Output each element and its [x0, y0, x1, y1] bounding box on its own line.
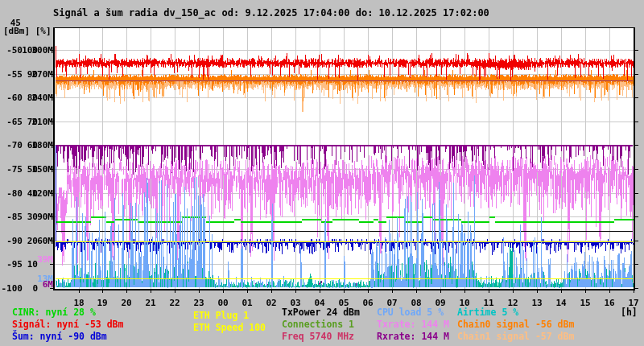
- y-axis-dbm-label: -50: [6, 45, 23, 56]
- rrd-graph-page: { "title": "Signál a šum radia dv_150_ac…: [0, 0, 644, 346]
- x-axis-hour-label: 23: [189, 298, 208, 308]
- y-axis-dbm-label: -65: [6, 117, 23, 127]
- x-axis-hour-label: 02: [262, 298, 281, 308]
- y-axis-dbm-label: -100: [2, 283, 23, 294]
- y-axis-pct-label: 0: [32, 283, 38, 294]
- y-axis-rate-label: 180M: [32, 140, 54, 150]
- x-axis-hour-label: 13: [527, 298, 547, 308]
- x-axis-hour-label: 00: [213, 298, 233, 308]
- y-axis-dbm-label: -75: [6, 164, 23, 175]
- x-axis-hour-label: 14: [551, 298, 571, 308]
- x-axis-hour-label: 15: [576, 298, 595, 308]
- legend-chain0: Chain0 signal -56 dBm: [457, 319, 574, 330]
- legend-chain1: Chain1 signal -57 dBm: [457, 331, 574, 342]
- signal-noise-graph-canvas: [0, 0, 644, 346]
- y-axis-dbm-label: -80: [6, 188, 23, 199]
- y-axis-rate-label: 120M: [32, 188, 54, 199]
- x-axis-hour-label: 22: [165, 298, 184, 308]
- legend-eth-plug: ETH Plug 1: [193, 310, 249, 321]
- legend-airtime: Airtime 5 %: [457, 307, 518, 318]
- legend-txpower: TxPower 24 dBm: [282, 307, 360, 318]
- y-axis-pct-label: 10: [27, 259, 38, 270]
- y-axis-rate-label: 150M: [32, 164, 54, 175]
- y-axis-special-rate-label: 6M: [43, 279, 53, 290]
- legend-noise: Šum: nyní -90 dBm: [12, 331, 107, 342]
- legend-eth-speed: ETH Speed 100: [193, 322, 266, 333]
- y-axis-rate-label: 60M: [37, 236, 53, 246]
- y-axis-dbm-label: -90: [6, 236, 23, 246]
- y-axis-dbm-label: -70: [6, 140, 23, 150]
- x-axis-hour-label: 01: [237, 298, 257, 308]
- legend-txrate: Txrate: 144 M: [377, 319, 449, 330]
- graph-title: Signál a šum radia dv_150_ac od: 9.12.20…: [53, 7, 489, 19]
- y-axis-rate-label: 300M: [32, 45, 54, 56]
- y-axis-special-rate-label: 39M: [37, 254, 53, 265]
- y-axis-pct-label: 30: [27, 212, 38, 222]
- x-axis-hour-label: 06: [358, 298, 378, 308]
- legend-cinr: CINR: nyní 28 %: [12, 307, 96, 318]
- legend-rxrate: Rxrate: 144 M: [377, 331, 449, 342]
- y-axis-rate-label: 210M: [32, 117, 54, 127]
- legend-connections: Connections 1: [282, 319, 354, 330]
- y-axis-units-label: [dBm] [%]: [3, 26, 52, 36]
- y-axis-pct-label: 20: [27, 236, 38, 246]
- x-axis-hour-label: 21: [141, 298, 160, 308]
- y-axis-rate-label: 240M: [32, 93, 54, 103]
- y-axis-rate-label: 90M: [37, 212, 53, 222]
- legend-signal: Signál: nyní -53 dBm: [12, 319, 123, 330]
- y-axis-dbm-label: -85: [6, 212, 23, 222]
- y-axis-rate-label: 270M: [32, 69, 54, 80]
- x-axis-unit-label: [h]: [621, 307, 638, 318]
- legend-cpu-load: CPU load 5 %: [377, 307, 444, 318]
- y-axis-dbm-label: -60: [6, 93, 23, 103]
- legend-freq: Freq 5740 MHz: [282, 331, 354, 342]
- y-axis-dbm-label: -55: [6, 69, 23, 80]
- y-axis-dbm-label: -95: [6, 259, 23, 270]
- x-axis-hour-label: 16: [600, 298, 619, 308]
- x-axis-hour-label: 20: [117, 298, 136, 308]
